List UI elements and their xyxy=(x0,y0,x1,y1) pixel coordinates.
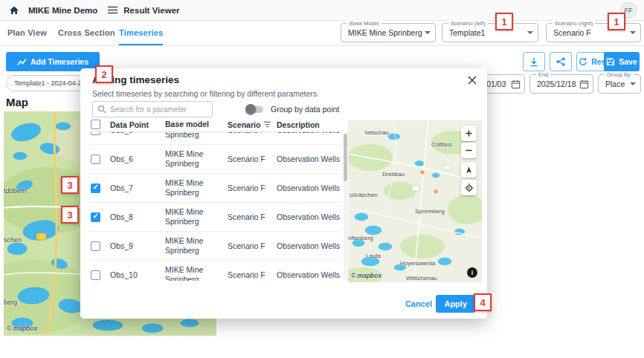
table-row[interactable]: Obs_7 MIKE Mine Sprinberg Scenario F Obs… xyxy=(89,174,342,203)
cell-base-model: MIKE Mine Sprinberg xyxy=(165,207,228,226)
page-title: Result Viewer xyxy=(123,6,179,15)
checkbox-cell xyxy=(89,154,110,164)
row-checkbox[interactable] xyxy=(91,270,100,280)
annotation-3: 3 xyxy=(61,176,79,194)
menu-icon[interactable] xyxy=(108,6,117,14)
cell-base-model: MIKE Mine Sprinberg xyxy=(165,149,228,168)
table-row[interactable]: Obs_5 MIKE Mine Sprinberg Scenario F Obs… xyxy=(89,132,342,145)
table-row[interactable]: Obs_6 MIKE Mine Sprinberg Scenario F Obs… xyxy=(89,145,342,174)
cell-base-model: MIKE Mine Sprinberg xyxy=(165,265,228,281)
calendar-icon[interactable] xyxy=(511,79,521,89)
compass-icon xyxy=(465,166,473,175)
search-icon xyxy=(97,105,106,114)
cell-scenario: Scenario F xyxy=(228,154,277,163)
row-checkbox[interactable] xyxy=(91,154,100,164)
close-button[interactable] xyxy=(468,76,477,85)
row-checkbox[interactable] xyxy=(91,241,100,251)
scenario-right-select[interactable]: Scenario (right) Scenario F xyxy=(546,23,641,42)
field-value: 2025/12/18 xyxy=(537,75,576,93)
zoom-out-button[interactable] xyxy=(461,143,477,158)
table-row[interactable]: Obs_9 MIKE Mine Sprinberg Scenario F Obs… xyxy=(89,232,342,261)
cell-data-point: Obs_8 xyxy=(110,212,165,221)
checkbox-cell xyxy=(89,183,110,193)
info-icon xyxy=(469,270,475,276)
col-scenario[interactable]: Scenario xyxy=(228,120,277,129)
caret-down-icon xyxy=(630,82,636,85)
map-town-label: tdöbern xyxy=(4,187,27,195)
checkbox-cell xyxy=(89,270,110,280)
download-icon xyxy=(529,57,539,67)
cell-base-model: MIKE Mine Sprinberg xyxy=(165,236,228,255)
share-button[interactable] xyxy=(550,52,572,71)
annotation-2: 2 xyxy=(95,65,113,83)
home-icon[interactable] xyxy=(9,6,19,15)
col-description[interactable]: Description xyxy=(277,120,342,129)
apply-button[interactable]: Apply xyxy=(436,295,475,313)
search-input[interactable] xyxy=(110,105,205,114)
dialog-minimap[interactable]: Vetschau Cottbus Drebkau oßräschen Sprem… xyxy=(348,120,482,282)
table-row[interactable]: Obs_8 MIKE Mine Sprinberg Scenario F Obs… xyxy=(89,203,342,232)
cell-scenario: Scenario F xyxy=(228,270,277,279)
checkbox-cell xyxy=(89,132,110,135)
base-model-select[interactable]: Base Model MIKE Mine Sprinberg xyxy=(341,23,436,42)
col-base-model[interactable]: Base model xyxy=(165,120,228,129)
cell-data-point: Obs_7 xyxy=(110,183,165,192)
annotation-3b: 3 xyxy=(61,206,79,224)
col-scenario-label: Scenario xyxy=(228,120,260,129)
select-all-checkbox[interactable] xyxy=(91,120,100,129)
download-button[interactable] xyxy=(523,52,545,71)
cell-data-point: Obs_5 xyxy=(110,132,165,134)
filter-icon[interactable] xyxy=(263,121,271,128)
row-checkbox[interactable] xyxy=(91,212,100,222)
row-checkbox[interactable] xyxy=(91,183,100,193)
table-header: Data Point Base model Scenario Descripti… xyxy=(89,117,342,132)
map-town-label: berg xyxy=(4,299,17,306)
group-toggle-wrap: Group by data point xyxy=(245,104,339,114)
compass-button[interactable] xyxy=(461,162,477,178)
result-viewer-page: MIKE Mine Demo Result Viewer FF Plan Vie… xyxy=(0,0,644,358)
locate-icon xyxy=(465,183,474,192)
annotation-1: 1 xyxy=(495,13,513,30)
scenario-left-select[interactable]: Scenario (left) Template1 xyxy=(442,23,538,42)
parameter-search xyxy=(92,101,213,117)
app-bar: MIKE Mine Demo Result Viewer FF xyxy=(0,0,644,21)
scrollbar-thumb[interactable] xyxy=(344,134,347,181)
col-data-point[interactable]: Data Point xyxy=(110,120,165,129)
checkbox-cell xyxy=(89,241,110,251)
save-button[interactable]: Save xyxy=(604,52,640,71)
caret-down-icon xyxy=(630,31,636,34)
select-value: Scenario F xyxy=(553,24,591,42)
tab-plan-view[interactable]: Plan View xyxy=(7,21,47,45)
locate-button[interactable] xyxy=(461,180,477,195)
cell-scenario: Scenario F xyxy=(228,183,277,192)
info-button[interactable] xyxy=(467,267,477,278)
reset-icon xyxy=(579,57,587,66)
app-title: MIKE Mine Demo xyxy=(28,6,97,15)
calendar-icon[interactable] xyxy=(579,79,589,89)
tab-timeseries[interactable]: Timeseries xyxy=(119,21,163,45)
cancel-button[interactable]: Cancel xyxy=(405,299,432,308)
minimap-attribution[interactable]: © mapbox xyxy=(351,272,381,279)
group-by-data-point-toggle[interactable] xyxy=(245,104,265,114)
map-town-label: schen xyxy=(4,236,22,244)
cell-data-point: Obs_10 xyxy=(110,270,165,279)
road-badge xyxy=(36,233,46,240)
cell-data-point: Obs_6 xyxy=(110,154,165,163)
town-label: Vetschau xyxy=(364,129,389,136)
map-attribution[interactable]: © mapbox xyxy=(7,325,37,332)
group-by-select[interactable]: Group By Place xyxy=(598,74,641,94)
select-value: Template1 xyxy=(449,24,485,42)
tab-cross-section[interactable]: Cross Section xyxy=(58,21,115,45)
town-label: oßräschen xyxy=(350,192,378,198)
table-row[interactable]: Obs_10 MIKE Mine Sprinberg Scenario F Ob… xyxy=(89,261,342,281)
zoom-in-button[interactable] xyxy=(461,126,477,141)
timeseries-icon xyxy=(17,58,27,66)
row-checkbox[interactable] xyxy=(91,132,100,135)
cell-description: Observation Wells xyxy=(277,154,342,163)
cell-description: Observation Wells xyxy=(277,212,342,221)
cell-description: Observation Wells xyxy=(277,183,342,192)
table-scrollbar[interactable] xyxy=(344,132,347,281)
end-date-field[interactable]: End 2025/12/18 xyxy=(529,74,593,94)
town-label: Wittichenau xyxy=(406,275,437,281)
town-label: Spremberg xyxy=(415,208,445,215)
